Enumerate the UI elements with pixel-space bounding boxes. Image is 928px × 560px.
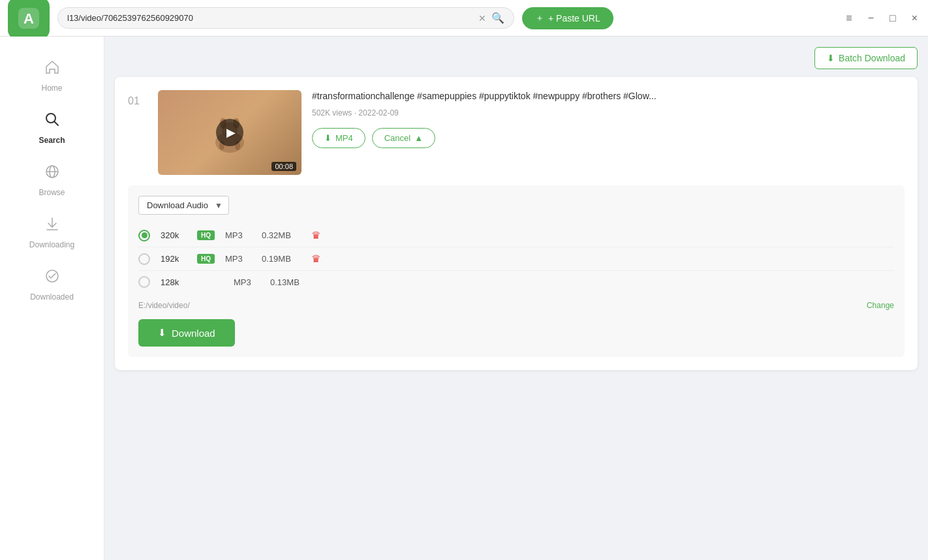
paste-url-plus-icon: ＋ <box>535 12 544 24</box>
sidebar-item-search[interactable]: Search <box>0 102 104 154</box>
main-layout: Home Search Browse <box>0 37 928 560</box>
quality-radio-320k[interactable] <box>138 230 150 241</box>
window-controls: ≡ − □ × <box>843 10 920 27</box>
url-bar[interactable]: l13/video/7062539762560929070 ✕ 🔍 <box>57 7 514 29</box>
paste-url-button[interactable]: ＋ + Paste URL <box>522 7 613 29</box>
paste-url-label: + Paste URL <box>548 13 600 23</box>
sidebar: Home Search Browse <box>0 37 104 560</box>
premium-crown-icon-192k: ♛ <box>311 253 320 265</box>
size-128k: 0.13MB <box>270 277 309 287</box>
batch-download-icon: ⬇ <box>827 53 835 63</box>
url-text: l13/video/7062539762560929070 <box>67 13 473 23</box>
audio-type-select[interactable]: Download Audio <box>138 196 229 215</box>
dropdown-wrapper[interactable]: Download Audio ▼ <box>138 196 229 215</box>
video-duration: 00:08 <box>271 162 296 171</box>
app-logo: A <box>8 0 50 39</box>
title-bar: A l13/video/7062539762560929070 ✕ 🔍 ＋ + … <box>0 0 928 37</box>
video-row: 01 ▶ <box>128 90 905 175</box>
quality-radio-128k[interactable] <box>138 276 150 288</box>
sidebar-item-browse-label: Browse <box>39 188 65 197</box>
home-icon <box>44 59 61 80</box>
size-320k: 0.32MB <box>262 230 301 240</box>
sidebar-item-home[interactable]: Home <box>0 50 104 102</box>
premium-crown-icon-320k: ♛ <box>311 229 320 241</box>
download-btn-icon: ⬇ <box>158 327 166 339</box>
video-actions: ⬇ MP4 Cancel ▲ <box>312 128 905 148</box>
batch-download-label: Batch Download <box>839 53 905 63</box>
play-icon: ▶ <box>226 125 236 140</box>
quality-radio-192k[interactable] <box>138 253 150 265</box>
search-nav-icon <box>44 111 61 132</box>
video-card: 01 ▶ <box>115 77 918 370</box>
bitrate-192k: 192k <box>161 254 187 264</box>
sidebar-item-downloading-label: Downloading <box>29 240 74 249</box>
size-192k: 0.19MB <box>262 254 301 264</box>
change-path-link[interactable]: Change <box>867 301 894 310</box>
video-thumbnail[interactable]: ▶ 00:08 <box>158 90 302 175</box>
video-index: 01 <box>128 90 147 107</box>
save-path-text: E:/video/video/ <box>138 301 190 310</box>
sidebar-item-downloading[interactable]: Downloading <box>0 206 104 258</box>
quality-row-192k: 192k HQ MP3 0.19MB ♛ <box>138 247 894 270</box>
downloading-icon <box>44 215 61 236</box>
content-area: ⬇ Batch Download 01 <box>104 37 928 560</box>
hq-badge-320k: HQ <box>197 230 215 240</box>
sidebar-item-browse[interactable]: Browse <box>0 154 104 206</box>
download-btn-label: Download <box>172 328 215 339</box>
video-title: #transformationchallenge #samepuppies #p… <box>312 90 905 103</box>
downloaded-icon <box>44 268 61 288</box>
url-clear-button[interactable]: ✕ <box>478 14 486 23</box>
audio-dropdown: Download Audio ▼ <box>138 196 894 215</box>
close-button[interactable]: × <box>909 10 920 27</box>
sidebar-item-home-label: Home <box>41 84 62 93</box>
format-128k: MP3 <box>234 277 260 287</box>
menu-button[interactable]: ≡ <box>843 10 854 27</box>
format-320k: MP3 <box>225 230 251 240</box>
sidebar-item-search-label: Search <box>39 136 65 145</box>
svg-line-3 <box>54 122 58 126</box>
save-path-row: E:/video/video/ Change <box>138 301 894 310</box>
sidebar-item-downloaded-label: Downloaded <box>30 292 74 302</box>
maximize-button[interactable]: □ <box>887 10 899 27</box>
chevron-up-icon: ▲ <box>414 133 423 143</box>
minimize-button[interactable]: − <box>865 10 876 27</box>
url-search-icon: 🔍 <box>491 12 504 24</box>
download-icon: ⬇ <box>324 133 332 143</box>
play-button[interactable]: ▶ <box>216 119 243 146</box>
mp4-button[interactable]: ⬇ MP4 <box>312 128 365 148</box>
quality-row-320k: 320k HQ MP3 0.32MB ♛ <box>138 224 894 247</box>
browse-icon <box>44 163 61 184</box>
video-meta: 502K views · 2022-02-09 <box>312 108 905 117</box>
video-info: #transformationchallenge #samepuppies #p… <box>312 90 905 148</box>
format-192k: MP3 <box>225 254 251 264</box>
cancel-button[interactable]: Cancel ▲ <box>372 128 435 148</box>
hq-badge-192k: HQ <box>197 254 215 264</box>
audio-panel: Download Audio ▼ 320k HQ MP3 0.32MB ♛ <box>128 185 905 357</box>
batch-download-button[interactable]: ⬇ Batch Download <box>814 47 918 69</box>
bitrate-320k: 320k <box>161 230 187 240</box>
download-button[interactable]: ⬇ Download <box>138 319 235 347</box>
mp4-label: MP4 <box>335 133 353 143</box>
svg-text:A: A <box>23 10 34 27</box>
quality-row-128k: 128k MP3 0.13MB <box>138 270 894 293</box>
bitrate-128k: 128k <box>161 277 187 287</box>
cancel-label: Cancel <box>384 133 410 143</box>
sidebar-item-downloaded[interactable]: Downloaded <box>0 258 104 311</box>
